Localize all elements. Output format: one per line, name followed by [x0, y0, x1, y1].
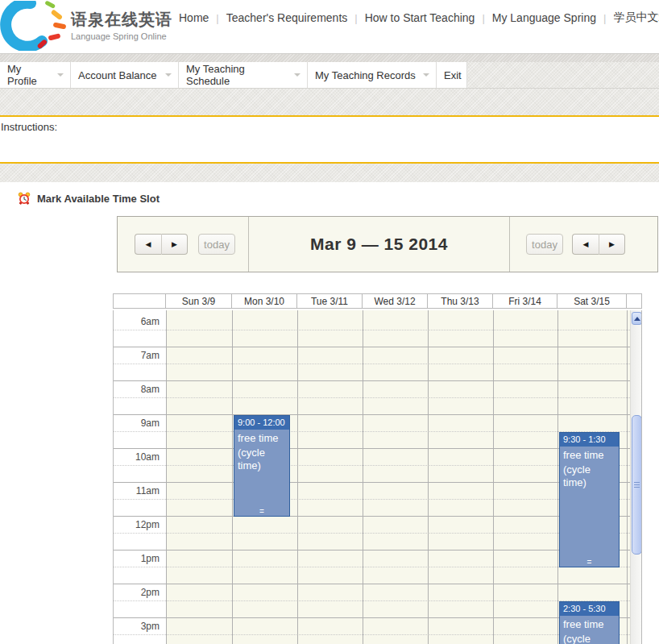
day-header-thu-3-13: Thu 3/13 [428, 294, 493, 308]
prev-week-button[interactable]: ◀ [135, 234, 161, 255]
time-label-9am: 9am [114, 418, 160, 429]
calendar-toolbar: ◀ ▶ today Mar 9 — 15 2014 today ◀ ▶ [117, 216, 658, 272]
chevron-down-icon [294, 73, 300, 77]
today-button[interactable]: today [526, 234, 563, 255]
event-resize-handle[interactable]: = [234, 509, 289, 515]
tab-exit[interactable]: Exit [437, 62, 467, 88]
hour-row[interactable] [114, 381, 630, 415]
event-time: 9:30 - 1:30 [560, 433, 619, 447]
next-week-button[interactable]: ▶ [161, 234, 188, 255]
vertical-scrollbar[interactable] [630, 310, 642, 644]
column-divider [166, 310, 167, 644]
nav-separator: | [354, 12, 357, 24]
logo[interactable]: 语泉在线英语 Language Spring Online [0, 1, 168, 51]
tab-my-profile[interactable]: My Profile [0, 62, 71, 88]
time-label-12pm: 12pm [114, 519, 160, 530]
event-time: 9:00 - 12:00 [234, 416, 289, 430]
event-subtitle: (cycle time) [560, 631, 619, 644]
hour-row[interactable] [114, 517, 630, 551]
tab-label: My Profile [7, 63, 52, 87]
hour-row[interactable] [114, 551, 630, 584]
half-hour-slot[interactable] [114, 381, 630, 398]
day-header-tue-3-11: Tue 3/11 [297, 294, 363, 308]
event-sat-3-15-2-30-5-30[interactable]: 2:30 - 5:30free time(cycle time)= [559, 601, 620, 644]
toolbar-right: today ◀ ▶ [510, 217, 657, 272]
time-label-11am: 11am [114, 485, 160, 497]
gray-band-bottom [0, 164, 659, 182]
half-hour-slot[interactable] [114, 347, 630, 364]
event-title: free time [560, 616, 619, 631]
nav-item-my-language-spring[interactable]: My Language Spring [492, 11, 596, 24]
half-hour-slot[interactable] [114, 584, 630, 601]
instructions-label: Instructions: [1, 121, 57, 133]
hour-row[interactable] [114, 449, 630, 483]
chevron-up-icon [634, 317, 640, 321]
hour-row[interactable] [114, 584, 630, 618]
day-header-mon-3-10: Mon 3/10 [232, 294, 297, 308]
half-hour-slot[interactable] [114, 449, 630, 466]
time-label-1pm: 1pm [114, 553, 160, 564]
tab-my-teaching-schedule[interactable]: My Teaching Schedule [179, 62, 308, 88]
top-nav: Home|Teacher's Requirements|How to Start… [179, 10, 659, 25]
event-sat-3-15-9-30-1-30[interactable]: 9:30 - 1:30free time(cycle time)= [559, 432, 620, 567]
half-hour-slot[interactable] [114, 314, 630, 330]
event-subtitle: (cycle time) [560, 462, 619, 489]
yellow-divider-top [0, 115, 659, 117]
tab-my-teaching-records[interactable]: My Teaching Records [308, 62, 437, 88]
hour-row[interactable] [114, 347, 630, 381]
event-mon-3-10-9-00-12-00[interactable]: 9:00 - 12:00free time(cycle time)= [234, 415, 290, 517]
chevron-down-icon [423, 73, 429, 77]
tab-account-balance[interactable]: Account Balance [71, 62, 179, 88]
half-hour-slot[interactable] [114, 415, 630, 432]
column-divider [297, 310, 298, 644]
today-button[interactable]: today [198, 234, 235, 255]
toolbar-center: Mar 9 — 15 2014 [248, 217, 510, 272]
nav-item-how-to-start-teaching[interactable]: How to Start Teaching [365, 11, 475, 24]
half-hour-slot[interactable] [114, 517, 630, 534]
day-header-spacer [627, 294, 641, 308]
top-header: 语泉在线英语 Language Spring Online Home|Teach… [0, 0, 659, 53]
hour-row[interactable] [114, 314, 630, 347]
half-hour-slot[interactable] [114, 483, 630, 500]
hour-row[interactable] [114, 415, 630, 449]
day-header-gutter [114, 294, 166, 308]
chevron-down-icon [165, 73, 172, 77]
column-divider [232, 310, 233, 644]
left-arrow-group: ◀ ▶ [135, 234, 188, 255]
time-label-3pm: 3pm [114, 621, 160, 632]
column-divider [428, 310, 429, 644]
time-label-2pm: 2pm [114, 587, 160, 598]
nav-item-学员中文站[interactable]: 学员中文站 [613, 10, 659, 25]
calendar-grid: 6am7am8am9am10am11am12pm1pm2pm3pm 9:00 -… [113, 310, 642, 644]
page: 语泉在线英语 Language Spring Online Home|Teach… [0, 0, 659, 644]
hour-row[interactable] [114, 483, 630, 517]
prev-week-button[interactable]: ◀ [572, 234, 599, 255]
logo-text: 语泉在线英语 Language Spring Online [71, 9, 172, 41]
nav-item-teacher-s-requirements[interactable]: Teacher's Requirements [226, 11, 348, 24]
scroll-up-button[interactable] [632, 312, 642, 325]
alarm-clock-icon [18, 192, 31, 205]
half-hour-slot[interactable] [114, 551, 630, 567]
time-label-7am: 7am [114, 350, 160, 361]
tab-label: Account Balance [78, 69, 157, 81]
calendar-title: Mar 9 — 15 2014 [310, 235, 448, 254]
day-header-wed-3-12: Wed 3/12 [363, 294, 428, 308]
scrollbar-grip-icon [634, 482, 640, 488]
next-week-button[interactable]: ▶ [599, 234, 625, 255]
hour-row[interactable] [114, 618, 630, 644]
nav-item-home[interactable]: Home [179, 11, 209, 24]
column-divider [557, 310, 558, 644]
half-hour-slot[interactable] [114, 618, 630, 635]
day-header-sun-3-9: Sun 3/9 [166, 294, 232, 308]
day-header-row: Sun 3/9Mon 3/10Tue 3/11Wed 3/12Thu 3/13F… [113, 293, 642, 309]
event-time: 2:30 - 5:30 [560, 602, 619, 616]
column-divider [363, 310, 363, 644]
nav-separator: | [216, 12, 218, 24]
tab-label: My Teaching Records [315, 69, 416, 81]
nav-separator: | [482, 12, 484, 24]
event-title: free time [234, 430, 289, 445]
tab-label: My Teaching Schedule [186, 63, 289, 87]
toolbar-left: ◀ ▶ today [118, 217, 248, 272]
event-resize-handle[interactable]: = [560, 559, 619, 566]
scrollbar-thumb[interactable] [632, 415, 642, 555]
